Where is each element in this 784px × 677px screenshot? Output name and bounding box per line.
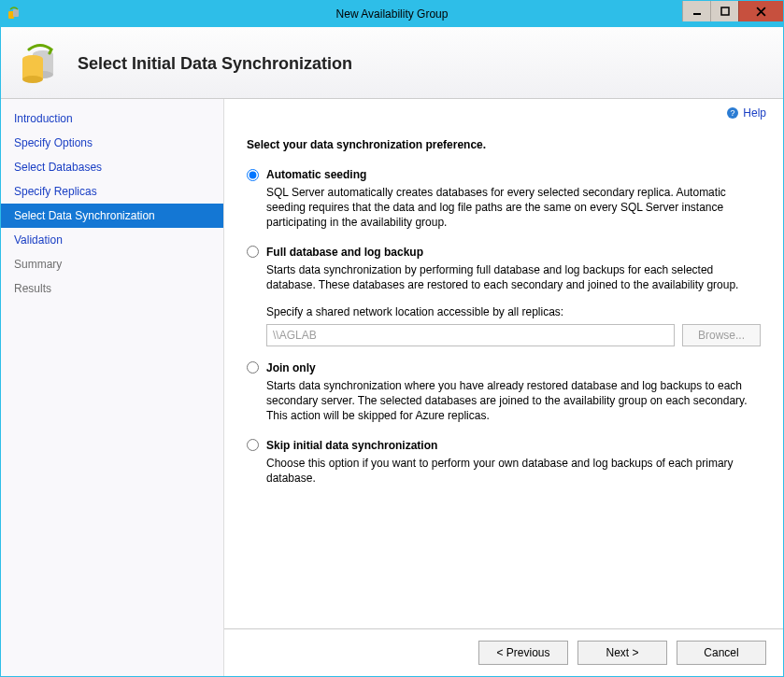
radio-full-backup[interactable] (247, 246, 259, 258)
sidebar-item-results: Results (1, 276, 223, 301)
shared-location-row: Browse... (266, 324, 761, 346)
content-area: Select your data synchronization prefere… (224, 120, 783, 628)
desc-full-backup: Starts data synchronization by performin… (266, 262, 761, 292)
sidebar-item-introduction[interactable]: Introduction (1, 106, 223, 131)
radio-row-full-backup[interactable]: Full database and log backup (247, 246, 761, 259)
minimize-button[interactable] (682, 1, 710, 21)
sidebar-item-select-databases[interactable]: Select Databases (1, 155, 223, 179)
sidebar-item-specify-replicas[interactable]: Specify Replicas (1, 179, 223, 204)
help-link[interactable]: ? Help (726, 106, 766, 120)
radio-row-join-only[interactable]: Join only (247, 361, 761, 374)
option-join-only: Join only Starts data synchronization wh… (247, 361, 761, 424)
radio-skip-sync[interactable] (247, 439, 259, 451)
wizard-steps-sidebar: Introduction Specify Options Select Data… (1, 99, 223, 676)
cancel-button[interactable]: Cancel (677, 641, 766, 665)
desc-join-only: Starts data synchronization where you ha… (266, 378, 761, 424)
wizard-header: Select Initial Data Synchronization (1, 27, 783, 99)
wizard-body: Introduction Specify Options Select Data… (1, 99, 783, 676)
svg-point-11 (22, 76, 43, 83)
radio-join-only[interactable] (247, 361, 259, 374)
database-sync-icon (18, 42, 61, 85)
desc-skip-sync: Choose this option if you want to perfor… (266, 456, 761, 486)
title-bar[interactable]: New Availability Group (1, 1, 783, 27)
sidebar-item-validation[interactable]: Validation (1, 228, 223, 252)
window-controls (682, 1, 783, 27)
sidebar-item-specify-options[interactable]: Specify Options (1, 131, 223, 155)
shared-location-prompt: Specify a shared network location access… (266, 305, 761, 318)
previous-button[interactable]: < Previous (478, 641, 568, 665)
option-automatic-seeding: Automatic seeding SQL Server automatical… (247, 168, 761, 231)
label-join-only: Join only (266, 361, 316, 374)
sidebar-item-select-data-synchronization[interactable]: Select Data Synchronization (1, 204, 223, 228)
shared-location-input[interactable] (266, 324, 675, 346)
radio-row-skip-sync[interactable]: Skip initial data synchronization (247, 439, 761, 452)
help-label: Help (743, 106, 766, 120)
radio-automatic-seeding[interactable] (247, 169, 259, 181)
svg-rect-1 (13, 9, 19, 17)
help-row: ? Help (224, 99, 783, 120)
app-icon (7, 7, 21, 21)
maximize-button[interactable] (710, 1, 738, 21)
help-icon: ? (726, 106, 739, 120)
svg-rect-3 (721, 7, 729, 15)
next-button[interactable]: Next > (577, 641, 667, 665)
window-title: New Availability Group (336, 7, 449, 21)
wizard-window: New Availability Group (0, 0, 784, 677)
label-automatic-seeding: Automatic seeding (266, 168, 366, 181)
svg-text:?: ? (731, 108, 735, 118)
browse-button[interactable]: Browse... (682, 324, 761, 346)
radio-row-automatic-seeding[interactable]: Automatic seeding (247, 168, 761, 181)
page-title: Select Initial Data Synchronization (78, 54, 352, 74)
sync-prompt: Select your data synchronization prefere… (247, 138, 761, 151)
option-skip-sync: Skip initial data synchronization Choose… (247, 439, 761, 486)
close-button[interactable] (738, 1, 783, 21)
label-skip-sync: Skip initial data synchronization (266, 439, 437, 452)
sidebar-item-summary: Summary (1, 252, 223, 276)
desc-automatic-seeding: SQL Server automatically creates databas… (266, 185, 761, 231)
main-panel: ? Help Select your data synchronization … (223, 99, 783, 676)
label-full-backup: Full database and log backup (266, 246, 423, 259)
wizard-footer: < Previous Next > Cancel (224, 628, 783, 676)
option-full-backup: Full database and log backup Starts data… (247, 246, 761, 346)
